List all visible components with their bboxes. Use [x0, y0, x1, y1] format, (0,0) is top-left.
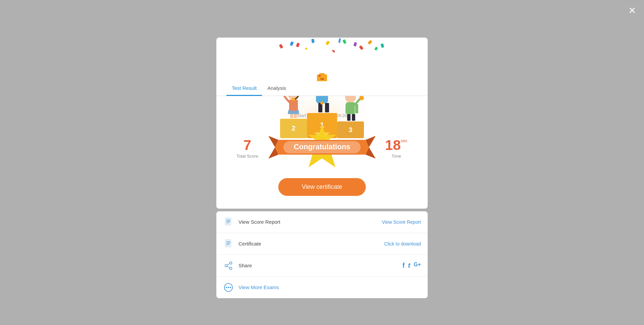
svg-line-56: [227, 266, 230, 267]
svg-rect-30: [347, 114, 351, 121]
time-unit: sec: [401, 138, 408, 143]
view-more-exams-link[interactable]: View More Exams: [238, 284, 421, 290]
action-item-certificate: Certificate Click to download: [216, 233, 428, 255]
svg-rect-21: [289, 100, 298, 111]
svg-text:7st: 7st: [320, 78, 324, 80]
tab-analysis[interactable]: Analysis: [262, 81, 291, 96]
facebook-icon[interactable]: f: [402, 262, 405, 269]
svg-point-25: [292, 98, 295, 101]
more-exams-icon: [223, 282, 234, 293]
result-card: Test Result Analysis Start Time: 2014 14…: [216, 38, 428, 209]
total-score-item: 7 Total Score: [236, 138, 258, 159]
svg-rect-28: [345, 104, 348, 113]
action-item-more-exams: View More Exams: [216, 277, 428, 298]
svg-point-15: [319, 75, 321, 77]
svg-point-60: [230, 287, 231, 288]
score-report-icon: [223, 217, 234, 227]
svg-line-55: [227, 264, 230, 265]
svg-rect-31: [352, 114, 355, 121]
time-item: 18 sec Time: [385, 138, 408, 159]
time-display: 18 sec: [385, 138, 408, 152]
svg-point-59: [228, 287, 229, 288]
certificate-download-link[interactable]: Click to download: [384, 241, 421, 247]
close-button[interactable]: ✕: [628, 6, 636, 15]
share-icon: [223, 260, 234, 271]
total-score-label: Total Score: [236, 154, 258, 159]
twitter-icon[interactable]: t: [408, 262, 411, 269]
action-item-share: Share f t G+: [216, 255, 428, 277]
svg-rect-22: [290, 114, 293, 118]
svg-rect-29: [355, 104, 358, 113]
social-icons: f t G+: [402, 262, 421, 269]
svg-point-52: [230, 262, 232, 264]
svg-point-53: [230, 267, 232, 269]
action-list: View Score Report View Score Report Cert…: [216, 211, 428, 298]
svg-rect-12: [325, 103, 329, 112]
result-modal: Test Result Analysis Start Time: 2014 14…: [216, 38, 428, 298]
certificate-icon: [223, 238, 234, 249]
svg-point-58: [226, 287, 227, 288]
svg-text:Congratulations: Congratulations: [294, 143, 351, 151]
tab-test-result[interactable]: Test Result: [226, 81, 262, 96]
share-label: Share: [238, 263, 402, 268]
googleplus-icon[interactable]: G+: [414, 262, 421, 269]
svg-point-19: [320, 101, 324, 105]
svg-rect-23: [294, 114, 297, 118]
score-report-link[interactable]: View Score Report: [382, 219, 421, 225]
tabs-container: Test Result Analysis: [216, 81, 428, 96]
congrats-area: Congratulations: [265, 123, 379, 171]
view-certificate-button[interactable]: View certificate: [278, 178, 366, 196]
time-value: 18: [385, 138, 401, 152]
score-report-label: View Score Report: [238, 219, 382, 225]
certificate-label: Certificate: [238, 241, 384, 247]
svg-point-54: [225, 264, 227, 267]
action-item-score-report: View Score Report View Score Report: [216, 211, 428, 233]
time-label: Time: [385, 154, 408, 159]
svg-point-33: [359, 96, 364, 100]
total-score-value: 7: [236, 138, 258, 152]
